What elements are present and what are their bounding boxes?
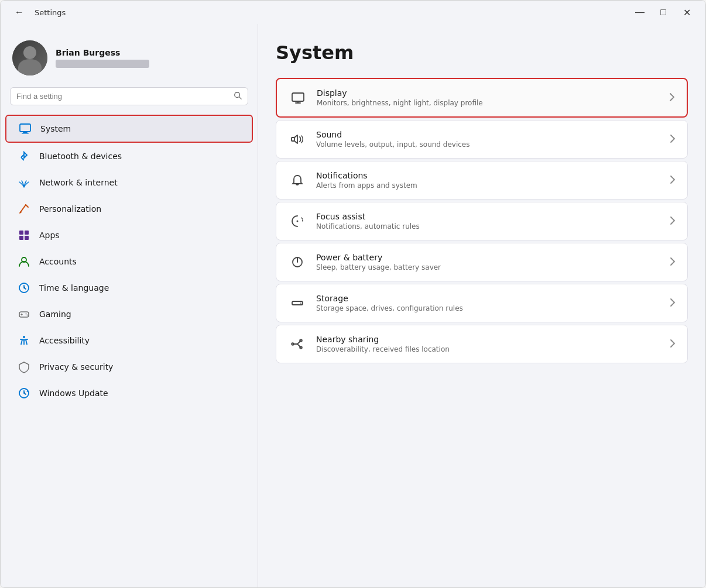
- minimize-button[interactable]: —: [630, 4, 649, 20]
- nearby-title: Nearby sharing: [316, 335, 660, 344]
- svg-rect-23: [292, 137, 294, 141]
- focus-description: Notifications, automatic rules: [316, 222, 660, 231]
- settings-item-notifications[interactable]: NotificationsAlerts from apps and system: [276, 161, 688, 200]
- svg-line-6: [20, 205, 26, 213]
- sound-title: Sound: [316, 130, 660, 139]
- focus-title: Focus assist: [316, 212, 660, 221]
- svg-rect-4: [22, 133, 29, 134]
- close-button[interactable]: ✕: [677, 4, 696, 20]
- sidebar-label-update: Windows Update: [39, 388, 108, 398]
- sidebar-item-update[interactable]: Windows Update: [5, 380, 253, 406]
- focus-text: Focus assistNotifications, automatic rul…: [316, 212, 660, 231]
- notifications-description: Alerts from apps and system: [316, 181, 660, 190]
- sidebar-item-network[interactable]: Network & internet: [5, 170, 253, 195]
- storage-chevron-icon: [670, 298, 676, 309]
- user-email-bar: [56, 60, 149, 68]
- sidebar-label-network: Network & internet: [39, 178, 118, 187]
- sidebar-item-personalization[interactable]: Personalization: [5, 196, 253, 222]
- user-name: Brian Burgess: [56, 48, 149, 57]
- settings-item-power[interactable]: Power & batterySleep, battery usage, bat…: [276, 243, 688, 281]
- search-icon: [234, 91, 242, 101]
- power-description: Sleep, battery usage, battery saver: [316, 263, 660, 271]
- nav-list: SystemBluetooth & devicesNetwork & inter…: [1, 115, 258, 406]
- time-icon: [17, 281, 31, 295]
- svg-point-28: [300, 302, 301, 304]
- accounts-icon: [17, 255, 31, 269]
- display-description: Monitors, brightness, night light, displ…: [317, 99, 660, 107]
- power-chevron-icon: [670, 257, 676, 268]
- sidebar-label-personalization: Personalization: [39, 204, 101, 214]
- sound-description: Volume levels, output, input, sound devi…: [316, 140, 660, 149]
- display-title: Display: [317, 88, 660, 98]
- svg-point-16: [26, 314, 27, 315]
- search-box[interactable]: [10, 87, 248, 105]
- back-button[interactable]: ←: [10, 5, 29, 20]
- settings-item-nearby[interactable]: Nearby sharingDiscoverability, received …: [276, 325, 688, 363]
- sidebar-item-system[interactable]: System: [5, 115, 253, 143]
- focus-icon: [288, 212, 307, 231]
- user-section: Brian Burgess: [1, 33, 258, 87]
- sound-icon: [288, 130, 307, 149]
- svg-rect-3: [23, 132, 28, 133]
- sidebar-item-apps[interactable]: Apps: [5, 222, 253, 248]
- settings-item-focus[interactable]: Focus assistNotifications, automatic rul…: [276, 202, 688, 240]
- settings-item-display[interactable]: DisplayMonitors, brightness, night light…: [276, 78, 688, 118]
- svg-rect-10: [25, 236, 29, 240]
- sidebar-label-gaming: Gaming: [39, 310, 71, 319]
- sidebar-item-accessibility[interactable]: Accessibility: [5, 328, 253, 353]
- sidebar-label-accessibility: Accessibility: [39, 336, 90, 345]
- avatar: [12, 40, 47, 75]
- settings-item-sound[interactable]: SoundVolume levels, output, input, sound…: [276, 120, 688, 159]
- sidebar-item-privacy[interactable]: Privacy & security: [5, 354, 253, 380]
- svg-point-18: [23, 336, 25, 338]
- svg-rect-20: [292, 93, 304, 101]
- main-content: Brian Burgess SystemBluetooth & devicesN…: [1, 24, 705, 587]
- page-title: System: [276, 42, 688, 64]
- power-title: Power & battery: [316, 253, 660, 262]
- svg-line-1: [239, 97, 242, 99]
- svg-rect-7: [19, 231, 23, 235]
- settings-list: DisplayMonitors, brightness, night light…: [276, 78, 688, 363]
- display-text: DisplayMonitors, brightness, night light…: [317, 88, 660, 107]
- storage-title: Storage: [316, 294, 660, 303]
- system-icon: [18, 122, 32, 136]
- display-chevron-icon: [669, 92, 675, 104]
- maximize-button[interactable]: □: [654, 4, 673, 20]
- notifications-title: Notifications: [316, 171, 660, 180]
- accessibility-icon: [17, 333, 31, 348]
- nearby-chevron-icon: [670, 339, 676, 350]
- user-info: Brian Burgess: [56, 48, 149, 68]
- sidebar-label-apps: Apps: [39, 231, 60, 240]
- power-text: Power & batterySleep, battery usage, bat…: [316, 253, 660, 271]
- sidebar-label-time: Time & language: [39, 283, 109, 293]
- personalization-icon: [17, 202, 31, 216]
- gaming-icon: [17, 307, 31, 321]
- svg-point-17: [27, 315, 28, 316]
- sound-chevron-icon: [670, 134, 676, 145]
- avatar-image: [12, 40, 47, 75]
- svg-point-5: [23, 186, 25, 188]
- svg-point-24: [297, 221, 299, 222]
- sidebar-item-time[interactable]: Time & language: [5, 275, 253, 301]
- svg-rect-2: [20, 124, 30, 132]
- bluetooth-icon: [17, 149, 31, 163]
- titlebar-left: ← Settings: [10, 5, 66, 20]
- sidebar-item-gaming[interactable]: Gaming: [5, 301, 253, 327]
- sidebar-label-accounts: Accounts: [39, 257, 77, 266]
- network-icon: [17, 176, 31, 190]
- sidebar-item-accounts[interactable]: Accounts: [5, 249, 253, 274]
- notifications-chevron-icon: [670, 175, 676, 186]
- display-icon: [289, 88, 307, 107]
- storage-description: Storage space, drives, configuration rul…: [316, 304, 660, 312]
- update-icon: [17, 386, 31, 400]
- settings-item-storage[interactable]: StorageStorage space, drives, configurat…: [276, 284, 688, 322]
- sidebar-item-bluetooth[interactable]: Bluetooth & devices: [5, 143, 253, 169]
- titlebar: ← Settings — □ ✕: [1, 1, 705, 24]
- search-input[interactable]: [16, 92, 229, 101]
- sidebar-label-system: System: [40, 124, 71, 133]
- svg-rect-9: [19, 236, 23, 240]
- focus-chevron-icon: [670, 216, 676, 227]
- app-title: Settings: [35, 8, 66, 17]
- sidebar-label-privacy: Privacy & security: [39, 362, 113, 372]
- nearby-icon: [288, 335, 307, 353]
